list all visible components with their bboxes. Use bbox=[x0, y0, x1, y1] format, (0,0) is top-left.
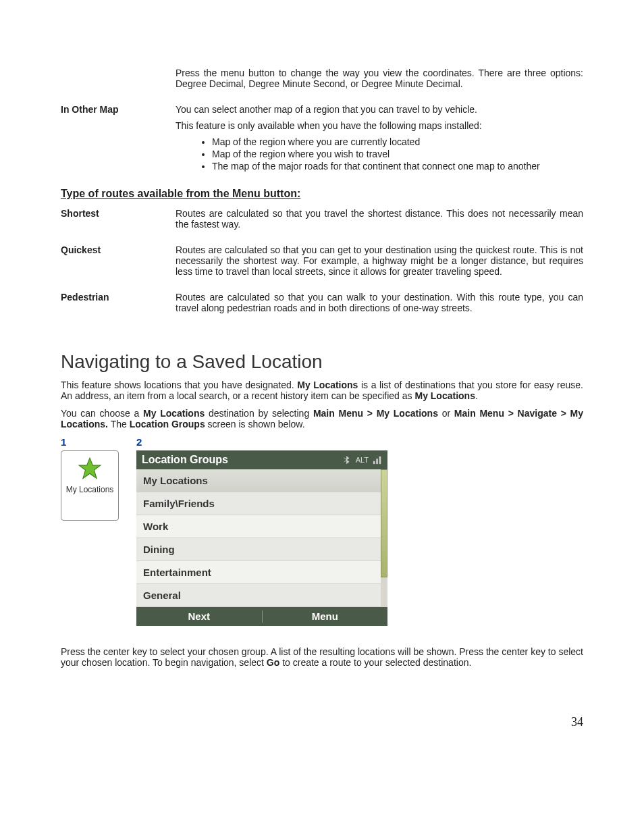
nav-p2-b2: Main Menu > My Locations bbox=[313, 408, 438, 419]
my-locations-icon-label: My Locations bbox=[66, 485, 114, 494]
routes-section-title: Type of routes available from the Menu b… bbox=[61, 188, 583, 200]
nav-p2-m3: The bbox=[108, 419, 130, 429]
quickest-desc: Routes are calculated so that you can ge… bbox=[176, 244, 583, 282]
bullet-3: The map of the major roads for that cont… bbox=[212, 161, 583, 172]
next-button[interactable]: Next bbox=[136, 607, 262, 626]
nav-p2-b4: Location Groups bbox=[130, 419, 205, 429]
device-title: Location Groups bbox=[142, 454, 228, 466]
nav-paragraph-1: This feature shows locations that you ha… bbox=[61, 380, 583, 401]
svg-rect-1 bbox=[373, 461, 375, 464]
figure-row: 1 My Locations 2 Location Groups ALT bbox=[61, 436, 583, 626]
nav-p1-b1: My Locations bbox=[297, 380, 358, 390]
bullet-2: Map of the region where you wish to trav… bbox=[212, 149, 583, 159]
figure-2-number: 2 bbox=[136, 436, 387, 448]
list-item[interactable]: Dining bbox=[136, 538, 381, 561]
closing-bold: Go bbox=[267, 657, 279, 668]
closing-post: to create a route to your selected desti… bbox=[279, 657, 471, 668]
pedestrian-term: Pedestrian bbox=[61, 292, 176, 319]
my-locations-icon-card[interactable]: My Locations bbox=[61, 450, 119, 521]
nav-p1-pre: This feature shows locations that you ha… bbox=[61, 380, 297, 390]
svg-rect-2 bbox=[376, 459, 378, 464]
figure-1-number: 1 bbox=[61, 436, 119, 448]
in-other-map-desc: You can select another map of a region t… bbox=[176, 104, 583, 178]
nav-p2-m1: destination by selecting bbox=[205, 408, 313, 419]
nav-p2-end: screen is shown below. bbox=[205, 419, 305, 429]
nav-p2-m2: or bbox=[438, 408, 454, 419]
nav-paragraph-2: You can choose a My Locations destinatio… bbox=[61, 408, 583, 429]
svg-marker-0 bbox=[79, 458, 101, 478]
device-footer: Next Menu bbox=[136, 607, 387, 626]
page-number: 34 bbox=[61, 715, 583, 729]
signal-icon bbox=[373, 455, 382, 465]
nav-p2-b1: My Locations bbox=[143, 408, 205, 419]
pedestrian-text: Routes are calculated so that you can wa… bbox=[176, 292, 583, 313]
bullet-1: Map of the region where you are currentl… bbox=[212, 136, 583, 147]
star-icon bbox=[78, 457, 102, 481]
list-item[interactable]: General bbox=[136, 584, 381, 607]
nav-p1-post: . bbox=[475, 390, 478, 401]
shortest-desc: Routes are calculated so that you travel… bbox=[176, 208, 583, 235]
figure-1: 1 My Locations bbox=[61, 436, 119, 521]
coords-desc: Press the menu button to change the way … bbox=[176, 68, 583, 95]
quickest-term: Quickest bbox=[61, 244, 176, 282]
list-item[interactable]: Work bbox=[136, 515, 381, 538]
bluetooth-icon bbox=[342, 455, 352, 465]
shortest-row: Shortest Routes are calculated so that y… bbox=[61, 208, 583, 235]
figure-2: 2 Location Groups ALT My Locations Famil… bbox=[136, 436, 387, 626]
device-status-icons: ALT bbox=[342, 455, 382, 465]
device-screenshot: Location Groups ALT My Locations Family\… bbox=[136, 450, 387, 626]
scrollbar-thumb[interactable] bbox=[381, 469, 387, 577]
svg-rect-3 bbox=[379, 457, 381, 464]
menu-button[interactable]: Menu bbox=[263, 607, 388, 626]
shortest-term: Shortest bbox=[61, 208, 176, 235]
nav-p2-pre: You can choose a bbox=[61, 408, 143, 419]
in-other-map-term: In Other Map bbox=[61, 104, 176, 178]
closing-paragraph: Press the center key to select your chos… bbox=[61, 646, 583, 668]
device-list-wrap: My Locations Family\Friends Work Dining … bbox=[136, 469, 387, 607]
coords-text: Press the menu button to change the way … bbox=[176, 68, 583, 89]
empty-term bbox=[61, 68, 176, 95]
pedestrian-row: Pedestrian Routes are calculated so that… bbox=[61, 292, 583, 319]
list-item[interactable]: Family\Friends bbox=[136, 492, 381, 515]
quickest-text: Routes are calculated so that you can ge… bbox=[176, 244, 583, 277]
device-header: Location Groups ALT bbox=[136, 450, 387, 469]
quickest-row: Quickest Routes are calculated so that y… bbox=[61, 244, 583, 282]
in-other-map-p1: You can select another map of a region t… bbox=[176, 104, 583, 115]
alt-indicator: ALT bbox=[356, 456, 369, 464]
navigating-heading: Navigating to a Saved Location bbox=[61, 351, 583, 373]
coords-row: Press the menu button to change the way … bbox=[61, 68, 583, 95]
shortest-text: Routes are calculated so that you travel… bbox=[176, 208, 583, 230]
in-other-map-bullets: Map of the region where you are currentl… bbox=[176, 136, 583, 172]
in-other-map-p2: This feature is only available when you … bbox=[176, 120, 583, 131]
device-scrollbar[interactable] bbox=[381, 469, 387, 607]
device-list: My Locations Family\Friends Work Dining … bbox=[136, 469, 381, 607]
list-item[interactable]: My Locations bbox=[136, 469, 381, 492]
in-other-map-row: In Other Map You can select another map … bbox=[61, 104, 583, 178]
list-item[interactable]: Entertainment bbox=[136, 561, 381, 584]
nav-p1-b2: My Locations bbox=[414, 390, 475, 401]
pedestrian-desc: Routes are calculated so that you can wa… bbox=[176, 292, 583, 319]
